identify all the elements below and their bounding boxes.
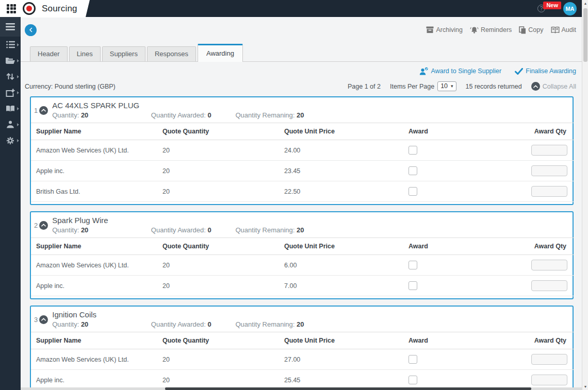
quote-unit-price-cell: 23.45	[279, 161, 403, 181]
supplier-row: Amazon Web Services (UK) Ltd. 20 24.00	[31, 140, 574, 161]
supplier-row: Apple inc. 20 7.00	[31, 276, 574, 296]
sidebar-item-users[interactable]	[0, 116, 21, 132]
person-check-icon	[419, 67, 429, 75]
col-award: Award	[403, 238, 512, 255]
collapse-item-button[interactable]	[39, 315, 48, 324]
reminders-label: Reminders	[481, 26, 512, 33]
tab-awarding[interactable]: Awarding	[198, 44, 243, 62]
quote-quantity-cell: 20	[157, 161, 279, 181]
finalise-awarding-button[interactable]: Finalise Awarding	[515, 67, 576, 75]
col-quote-quantity: Quote Quantity	[157, 332, 279, 349]
back-button[interactable]	[25, 24, 37, 36]
tab-header[interactable]: Header	[30, 46, 68, 61]
award-qty-input[interactable]	[531, 165, 567, 176]
sidebar-item-integrations[interactable]	[0, 84, 21, 100]
collapse-all-icon	[531, 82, 540, 91]
line-number: 1	[34, 107, 38, 114]
items-per-page-value: 10	[440, 82, 448, 90]
collapse-item-button[interactable]	[39, 221, 48, 230]
quantity-value: 20	[81, 320, 88, 328]
collapse-all-label: Collapse All	[543, 83, 576, 90]
quote-unit-price-cell: 24.00	[279, 140, 403, 161]
sidebar-item-folders[interactable]	[0, 53, 21, 69]
vertical-scrollbar[interactable]: ▲ ▼	[582, 0, 588, 390]
list-icon	[6, 41, 15, 48]
quantity-label: Quantity:	[52, 111, 79, 119]
main-content: Archiving Reminders Copy Audit Header Li…	[21, 17, 582, 390]
hamburger-menu-icon[interactable]	[6, 23, 15, 30]
left-sidebar	[0, 17, 21, 390]
app-grid-icon[interactable]	[7, 4, 16, 13]
supplier-name-cell: Amazon Web Services (UK) Ltd.	[31, 255, 157, 276]
archiving-button[interactable]: Archiving	[426, 26, 462, 33]
award-qty-input[interactable]	[531, 145, 567, 156]
award-checkbox[interactable]	[409, 187, 417, 196]
open-book-icon	[551, 26, 560, 33]
col-supplier-name: Supplier Name	[31, 238, 157, 255]
supplier-row: British Gas Ltd. 20 22.50	[31, 181, 574, 202]
col-quote-unit-price: Quote Unit Price	[279, 332, 403, 349]
quote-unit-price-cell: 7.00	[279, 276, 403, 296]
award-checkbox[interactable]	[409, 166, 417, 175]
award-to-single-supplier-button[interactable]: Award to Single Supplier	[419, 67, 502, 75]
sidebar-item-transfers[interactable]	[0, 69, 21, 84]
award-qty-input[interactable]	[531, 354, 567, 365]
supplier-quotes-table: Supplier Name Quote Quantity Quote Unit …	[31, 123, 574, 202]
sidebar-item-library[interactable]	[0, 100, 21, 116]
quantity-remaining-value: 20	[297, 226, 304, 234]
items-per-page-label: Items Per Page	[390, 83, 434, 90]
quantity-value: 20	[81, 111, 88, 119]
sidebar-item-lists[interactable]	[0, 37, 21, 53]
audit-button[interactable]: Audit	[551, 26, 577, 33]
award-qty-input[interactable]	[531, 186, 567, 197]
app-logo-icon[interactable]	[23, 2, 36, 15]
currency-label: Currency: Pound sterling (GBP)	[25, 83, 116, 90]
quantity-remaining-label: Quantity Remaning:	[235, 111, 295, 119]
item-title: Spark Plug Wire	[52, 215, 304, 226]
award-qty-input[interactable]	[531, 375, 567, 385]
arrows-up-down-icon	[6, 73, 14, 80]
award-checkbox[interactable]	[409, 261, 417, 269]
records-returned-label: 15 records returned	[466, 83, 522, 90]
sidebar-item-settings[interactable]	[0, 132, 21, 148]
quote-quantity-cell: 20	[157, 181, 279, 202]
quote-quantity-cell: 20	[157, 349, 279, 370]
book-icon	[6, 105, 15, 112]
scroll-down-arrow-icon[interactable]: ▼	[582, 385, 588, 388]
collapse-item-button[interactable]	[39, 106, 48, 115]
copy-button[interactable]: Copy	[519, 26, 543, 34]
award-checkbox[interactable]	[409, 376, 417, 384]
item-title: Ignition Coils	[52, 310, 304, 320]
audit-label: Audit	[562, 26, 577, 33]
supplier-quotes-table: Supplier Name Quote Quantity Quote Unit …	[31, 238, 574, 296]
award-qty-input[interactable]	[531, 280, 567, 291]
award-checkbox[interactable]	[409, 355, 417, 364]
items-per-page-select[interactable]: 10 ▾	[437, 81, 456, 91]
horizontal-scrollbar[interactable]	[21, 387, 582, 390]
vertical-scrollbar-thumb[interactable]	[583, 8, 587, 62]
col-award-qty: Award Qty	[512, 238, 574, 255]
supplier-name-cell: Amazon Web Services (UK) Ltd.	[31, 349, 157, 370]
bell-icon	[470, 26, 479, 34]
award-checkbox[interactable]	[409, 281, 417, 290]
col-quote-quantity: Quote Quantity	[157, 238, 279, 255]
reminders-button[interactable]: Reminders	[470, 26, 512, 34]
scroll-up-arrow-icon[interactable]: ▲	[582, 2, 588, 5]
award-actions-bar: Award to Single Supplier Finalise Awardi…	[21, 62, 582, 78]
tab-responses[interactable]: Responses	[147, 46, 196, 61]
tab-lines[interactable]: Lines	[69, 46, 101, 61]
col-supplier-name: Supplier Name	[31, 332, 157, 349]
collapse-all-button[interactable]: Collapse All	[531, 82, 576, 91]
copy-label: Copy	[528, 26, 543, 33]
quantity-awarded-label: Quantity Awarded:	[151, 320, 206, 328]
tab-suppliers[interactable]: Suppliers	[102, 46, 145, 61]
quote-unit-price-cell: 6.00	[279, 255, 403, 276]
quote-quantity-cell: 20	[157, 140, 279, 161]
horizontal-scrollbar-thumb[interactable]	[165, 387, 531, 390]
quantity-awarded-label: Quantity Awarded:	[151, 111, 206, 119]
supplier-quotes-table: Supplier Name Quote Quantity Quote Unit …	[31, 332, 574, 390]
award-checkbox[interactable]	[409, 146, 417, 155]
award-qty-input[interactable]	[531, 260, 567, 270]
new-badge: New	[543, 2, 561, 9]
avatar[interactable]: MA	[563, 2, 577, 15]
